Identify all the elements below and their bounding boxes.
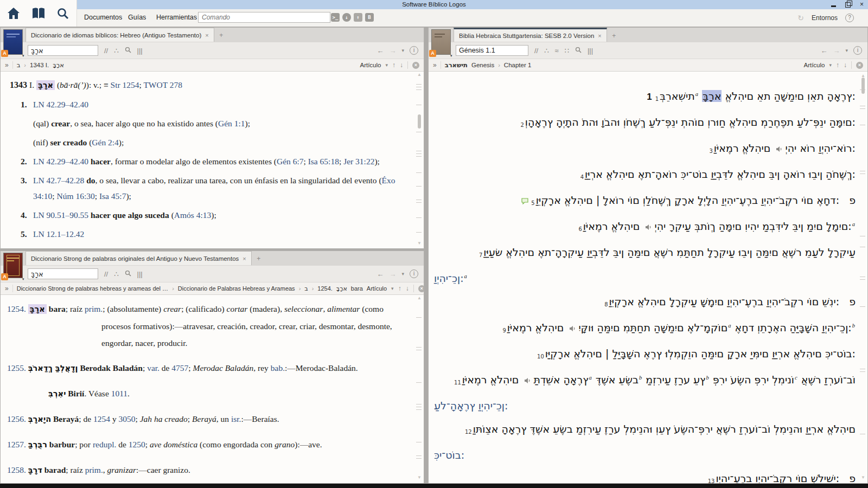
cover-dropdown-icon[interactable]: ▾ bbox=[450, 54, 452, 58]
bold-b-icon[interactable]: B bbox=[365, 13, 374, 22]
reference-link[interactable]: LN 90.51–90.55 bbox=[33, 210, 88, 220]
reference-link[interactable]: LN 42.7–42.28 bbox=[33, 176, 84, 185]
highlighted-term[interactable]: בָּרָא bbox=[702, 90, 722, 102]
info-icon[interactable]: i bbox=[410, 46, 418, 55]
panel-menu-icon[interactable]: » bbox=[5, 61, 13, 69]
footnote-marker[interactable]: b bbox=[639, 375, 642, 381]
reference-link[interactable]: Gén 1:1 bbox=[218, 119, 245, 128]
reference-link[interactable]: Isa 40:28 bbox=[290, 248, 321, 249]
panel-menu-icon[interactable]: » bbox=[5, 285, 13, 292]
restore-button[interactable] bbox=[845, 2, 851, 8]
tab-close-icon[interactable]: × bbox=[205, 32, 208, 38]
bible-tab[interactable]: Biblia Hebraica Stuttgartensia: SESB 2.0… bbox=[454, 28, 607, 42]
article-selector[interactable]: Artículo bbox=[360, 62, 381, 68]
verse-number[interactable]: 9 bbox=[502, 328, 506, 333]
verse-number[interactable]: 13 bbox=[708, 478, 715, 484]
breadcrumb-book[interactable]: Genesis bbox=[471, 62, 494, 68]
breadcrumb-part2[interactable]: Diccionario de Palabras Hebreas y Aramea… bbox=[178, 285, 295, 292]
reference-link[interactable]: Jer 31:22 bbox=[343, 157, 374, 166]
reference-link[interactable]: redupl. bbox=[93, 440, 116, 449]
bible-reference-input[interactable] bbox=[456, 45, 528, 56]
minimize-button[interactable] bbox=[831, 5, 836, 7]
parallel-resources-icon[interactable]: // bbox=[104, 47, 108, 54]
search-panel-icon[interactable] bbox=[125, 47, 131, 54]
strong-scrollbar[interactable]: ▲▼ bbox=[415, 296, 423, 480]
forward-icon[interactable]: → bbox=[389, 270, 396, 278]
reference-link[interactable]: prim. bbox=[85, 304, 103, 313]
verse-number[interactable]: 7 bbox=[479, 252, 482, 258]
entry-number[interactable]: 1258. bbox=[7, 465, 28, 474]
breadcrumb-translit[interactable]: bara bbox=[351, 285, 363, 292]
highlighted-term[interactable]: בָּרָא bbox=[28, 304, 47, 314]
reference-link[interactable]: 4757 bbox=[171, 363, 188, 373]
back-icon[interactable]: ← bbox=[820, 47, 827, 55]
forward-icon[interactable]: → bbox=[833, 47, 840, 55]
columns-icon[interactable]: ||| bbox=[588, 47, 593, 54]
footnote-marker[interactable]: a bbox=[695, 91, 698, 97]
breadcrumb-entry[interactable]: 1343 I. bbox=[30, 62, 49, 68]
visual-filters-icon[interactable]: ∴ bbox=[114, 271, 118, 278]
reference-link[interactable]: Ecl 12:1 bbox=[257, 248, 285, 249]
forward-icon[interactable]: → bbox=[389, 47, 396, 55]
reference-link[interactable]: LN 42.29–42.40 bbox=[33, 100, 88, 109]
locator-close-icon[interactable]: × bbox=[856, 62, 863, 69]
article-selector[interactable]: Artículo bbox=[803, 62, 825, 68]
reference-link[interactable]: 43:15 bbox=[325, 248, 344, 249]
reference-link[interactable]: Isa 45:7 bbox=[99, 191, 126, 201]
article-selector[interactable]: Artículo bbox=[367, 285, 387, 292]
reference-link[interactable]: Gén 6:7 bbox=[277, 157, 304, 166]
verse-number[interactable]: 8 bbox=[604, 301, 608, 307]
reference-link[interactable]: 1254 bbox=[93, 414, 110, 423]
reference-link[interactable]: Núm 16:30 bbox=[57, 191, 95, 201]
info-icon[interactable]: i bbox=[853, 46, 862, 55]
reference-link[interactable]: 3050 bbox=[119, 414, 136, 423]
entry-number[interactable]: 1254. bbox=[7, 304, 28, 313]
verse-number[interactable]: 5 bbox=[531, 200, 534, 206]
verse-number[interactable]: 3 bbox=[709, 148, 712, 154]
breadcrumb-part1[interactable]: Diccionario Strong de palabras hebreas y… bbox=[17, 285, 168, 292]
reference-link[interactable]: 1250 bbox=[129, 440, 145, 449]
next-article-icon[interactable]: ↓ bbox=[400, 61, 403, 69]
reference-link[interactable]: prim. bbox=[85, 465, 103, 474]
prev-article-icon[interactable]: ↑ bbox=[836, 61, 839, 69]
info-icon[interactable]: i bbox=[410, 269, 418, 278]
prev-article-icon[interactable]: ↑ bbox=[392, 61, 395, 69]
command-input[interactable] bbox=[198, 12, 330, 23]
reference-link[interactable]: var. bbox=[147, 363, 159, 373]
bible-book-cover[interactable]: A bbox=[431, 29, 451, 55]
tab-close-icon[interactable]: × bbox=[598, 33, 601, 39]
parallel-resources-icon[interactable]: // bbox=[534, 47, 538, 54]
entry-number[interactable]: 1256. bbox=[7, 414, 28, 423]
breadcrumb-entry[interactable]: 1254. bbox=[317, 285, 333, 292]
strong-book-cover[interactable]: A bbox=[3, 253, 23, 278]
upload-icon[interactable]: ↑ bbox=[354, 13, 362, 22]
new-tab-button[interactable]: + bbox=[612, 32, 616, 40]
back-icon[interactable]: ← bbox=[376, 270, 384, 278]
footnote-marker[interactable]: a bbox=[589, 375, 592, 381]
close-button[interactable]: × bbox=[860, 0, 864, 9]
next-article-icon[interactable]: ↓ bbox=[844, 61, 847, 69]
reference-link[interactable]: Amós 4:13 bbox=[174, 210, 211, 220]
search-icon[interactable] bbox=[56, 7, 69, 20]
locator-close-icon[interactable]: × bbox=[412, 62, 419, 69]
lexicon-search-input[interactable] bbox=[28, 45, 98, 56]
breadcrumb-letter[interactable]: ב bbox=[304, 285, 308, 292]
verse-number[interactable]: 10 bbox=[537, 354, 544, 359]
reference-link[interactable]: LN 12.1–12.42 bbox=[33, 229, 84, 239]
cover-dropdown-icon[interactable]: ▾ bbox=[22, 277, 24, 281]
locator-close-icon[interactable]: × bbox=[418, 285, 424, 292]
back-icon[interactable]: ← bbox=[376, 47, 384, 55]
breadcrumb-chapter[interactable]: Chapter 1 bbox=[504, 62, 532, 68]
reference-link[interactable]: Str 1254 bbox=[111, 80, 139, 89]
note-icon[interactable] bbox=[521, 189, 528, 213]
reference-link[interactable]: LN 42.29–42.40 bbox=[33, 157, 88, 166]
library-icon[interactable] bbox=[31, 7, 46, 20]
text-comparison-icon[interactable]: ≈ bbox=[555, 47, 559, 54]
footnote-marker[interactable]: a bbox=[464, 273, 467, 279]
footnote-marker[interactable]: b bbox=[706, 375, 709, 381]
history-dropdown-icon[interactable]: ▾ bbox=[401, 271, 404, 277]
help-icon[interactable]: ? bbox=[845, 14, 854, 22]
verse-number[interactable]: 11 bbox=[454, 380, 461, 386]
visual-filters-icon[interactable]: ∴ bbox=[114, 47, 118, 54]
footnote-marker[interactable]: a bbox=[852, 221, 855, 227]
